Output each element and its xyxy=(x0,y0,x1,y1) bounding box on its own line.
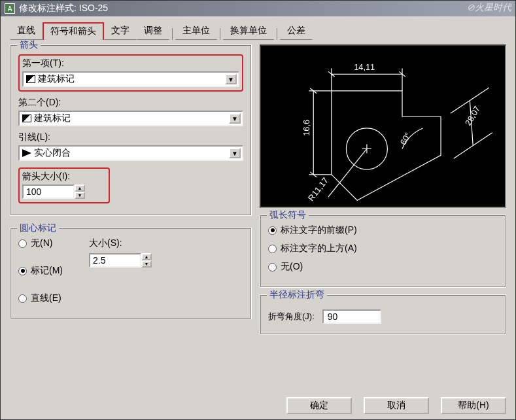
group-center-marks: 圆心标记 无(N) 标记(M) xyxy=(10,228,252,319)
dropdown-button-icon[interactable]: ▼ xyxy=(225,74,237,84)
window-title: 修改标注样式: ISO-25 xyxy=(19,3,108,14)
second-arrow-dropdown[interactable]: 建筑标记 ▼ xyxy=(18,111,243,126)
radio-arc-none[interactable]: 无(O) xyxy=(268,261,498,273)
arch-tick-icon xyxy=(26,75,35,83)
leader-value: 实心闭合 xyxy=(34,147,71,159)
svg-text:14,11: 14,11 xyxy=(354,62,375,72)
leader-label: 引线(L): xyxy=(18,131,243,143)
titlebar: A 修改标注样式: ISO-25 ⊘火星时代 xyxy=(1,1,515,16)
radio-center-mark[interactable]: 标记(M) xyxy=(18,265,63,277)
group-radius-jog-legend: 半径标注折弯 xyxy=(267,289,327,301)
spinner-up-icon[interactable]: ▲ xyxy=(141,253,152,260)
radio-icon xyxy=(268,263,277,271)
app-icon: A xyxy=(5,3,15,14)
tab-primary-units[interactable]: 主单位 xyxy=(175,22,217,40)
center-size-input[interactable] xyxy=(89,253,141,268)
spinner-down-icon[interactable]: ▼ xyxy=(141,260,152,268)
tab-adjust[interactable]: 调整 xyxy=(137,22,169,40)
jog-angle-label: 折弯角度(J): xyxy=(268,311,315,323)
radio-icon xyxy=(18,267,27,275)
tab-bar: 直线 符号和箭头 文字 调整 主单位 换算单位 公差 xyxy=(10,23,506,40)
arch-tick-icon xyxy=(22,114,31,122)
dropdown-button-icon[interactable]: ▼ xyxy=(229,113,241,124)
tab-symbols-arrows[interactable]: 符号和箭头 xyxy=(43,22,104,40)
spinner-up-icon[interactable]: ▲ xyxy=(75,184,85,192)
group-radius-jog: 半径标注折弯 折弯角度(J): xyxy=(260,294,506,335)
radio-icon xyxy=(18,239,27,248)
cancel-button[interactable]: 取消 xyxy=(364,397,429,414)
tab-text[interactable]: 文字 xyxy=(104,22,137,40)
svg-text:R11,17: R11,17 xyxy=(306,175,330,203)
group-arc-length-legend: 弧长符号 xyxy=(267,209,309,221)
radio-icon xyxy=(18,294,27,303)
tab-line[interactable]: 直线 xyxy=(10,22,43,40)
highlight-arrow-size: 箭头大小(I): ▲ ▼ xyxy=(18,167,110,203)
jog-angle-input[interactable] xyxy=(322,309,381,324)
ok-button[interactable]: 确定 xyxy=(286,397,352,414)
group-arrowheads-legend: 箭头 xyxy=(17,39,41,51)
group-arrowheads: 箭头 第一项(T): 建筑标记 ▼ 第二个(D): 建筑标记 xyxy=(10,44,252,216)
leader-dropdown[interactable]: 实心闭合 ▼ xyxy=(18,145,243,161)
tab-alt-units[interactable]: 换算单位 xyxy=(223,22,274,40)
second-arrow-label: 第二个(D): xyxy=(18,97,243,109)
tab-tolerance[interactable]: 公差 xyxy=(280,22,313,40)
radio-center-none[interactable]: 无(N) xyxy=(18,237,63,249)
first-arrow-label: 第一项(T): xyxy=(22,58,239,69)
center-size-label: 大小(S): xyxy=(89,237,152,249)
radio-icon xyxy=(268,226,277,235)
svg-text:60°: 60° xyxy=(398,131,413,147)
arrow-size-label: 箭头大小(I): xyxy=(22,171,106,183)
watermark: ⊘火星时代 xyxy=(467,2,511,14)
group-arc-length: 弧长符号 标注文字的前缀(P) 标注文字的上方(A) 无(O) xyxy=(260,215,506,288)
first-arrow-value: 建筑标记 xyxy=(38,73,75,85)
first-arrow-dropdown[interactable]: 建筑标记 ▼ xyxy=(22,71,239,87)
group-center-marks-legend: 圆心标记 xyxy=(17,222,59,234)
closed-filled-icon xyxy=(22,149,31,157)
radio-arc-prefix[interactable]: 标注文字的前缀(P) xyxy=(268,224,498,236)
help-button[interactable]: 帮助(H) xyxy=(441,397,506,414)
svg-text:16,6: 16,6 xyxy=(301,120,311,136)
spinner-down-icon[interactable]: ▼ xyxy=(75,192,85,199)
radio-arc-above[interactable]: 标注文字的上方(A) xyxy=(268,243,498,254)
dropdown-button-icon[interactable]: ▼ xyxy=(229,148,241,158)
dimension-preview: 14,11 16,6 R11,17 60° 28,07 xyxy=(260,44,506,208)
dialog-buttons: 确定 取消 帮助(H) xyxy=(1,392,515,419)
svg-text:28,07: 28,07 xyxy=(463,104,482,127)
arrow-size-input[interactable] xyxy=(22,184,75,199)
highlight-first-arrow: 第一项(T): 建筑标记 ▼ xyxy=(18,54,243,92)
radio-icon xyxy=(268,245,277,253)
radio-center-line[interactable]: 直线(E) xyxy=(18,292,63,304)
second-arrow-value: 建筑标记 xyxy=(34,113,71,124)
